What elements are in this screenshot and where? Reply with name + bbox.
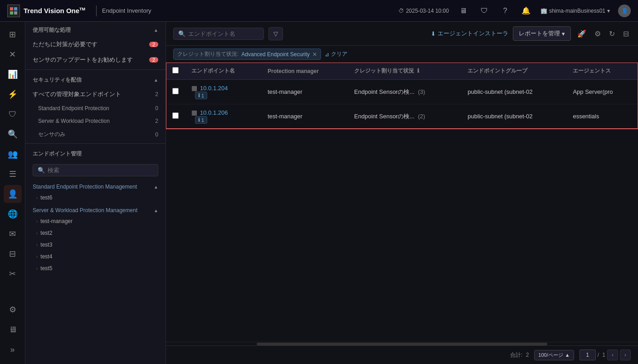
- nav-endpoint[interactable]: 👤: [4, 185, 22, 203]
- nav-globe[interactable]: 🌐: [4, 205, 22, 223]
- total-label: 合計: 2: [510, 351, 529, 359]
- nav-envelope[interactable]: ✉: [4, 225, 22, 243]
- icon-nav: ⊞ ✕ 📊 ⚡ 🛡 🔍 👥 ☰ 👤 🌐 ✉ ⊟ ✂ ⚙ 🖥 »: [0, 22, 25, 364]
- nav-more[interactable]: »: [4, 340, 22, 359]
- server-mgmt-chevron-icon[interactable]: ▲: [154, 208, 158, 213]
- nav-shield[interactable]: 🛡: [4, 105, 22, 123]
- clock-icon: ⏱: [399, 8, 404, 14]
- sidebar-item-test5[interactable]: › test5: [25, 262, 166, 274]
- col-protection-manager: Protection manager: [261, 63, 348, 80]
- sidebar-item-all-endpoints[interactable]: すべての管理対象エンドポイント 2: [25, 87, 166, 102]
- nav-server[interactable]: 🖥: [4, 320, 22, 339]
- endpoint-search-input[interactable]: [188, 30, 256, 37]
- agent-install-button[interactable]: ⬇ エージェントインストーラ: [431, 29, 508, 38]
- sidebar-item-standard[interactable]: Standard Endpoint Protection 0: [25, 102, 166, 115]
- security-section-header: セキュリティを配信 ▲: [25, 72, 166, 87]
- refresh-icon-btn[interactable]: ↻: [607, 28, 617, 40]
- server-count-badge: 2: [155, 118, 158, 124]
- horizontal-scrollbar[interactable]: [257, 343, 547, 345]
- download-icon: ⬇: [431, 30, 436, 37]
- col-credit-status: クレジット割り当て状況 ℹ: [348, 63, 461, 80]
- sidebar-search-box[interactable]: 🔍: [33, 164, 158, 176]
- table-row[interactable]: ▦ 10.0.1.204 ℹ 1 test-manager Endpoint S…: [166, 80, 638, 104]
- scrollbar-area: [166, 342, 638, 345]
- actions-chevron-icon[interactable]: ▲: [154, 28, 158, 33]
- per-page-selector[interactable]: 100/ページ ▲: [534, 350, 574, 360]
- user-menu[interactable]: 🏢 shima-mainBusiness01 ▾: [541, 8, 610, 14]
- sidebar-item-test3[interactable]: › test3: [25, 239, 166, 251]
- sidebar-item-test4[interactable]: › test4: [25, 251, 166, 262]
- monitor-icon-btn[interactable]: 🖥: [457, 5, 470, 17]
- bottom-bar: 合計: 2 100/ページ ▲ / 1 ‹ ›: [166, 345, 638, 364]
- standard-count-badge: 0: [155, 105, 158, 112]
- server-mgmt-section: Server & Workload Protection Management …: [25, 204, 166, 215]
- info-icon: ℹ: [198, 92, 200, 98]
- next-page-button[interactable]: ›: [620, 349, 631, 360]
- row2-group-cell: public-subnet (subnet-02: [461, 104, 566, 129]
- svg-rect-1: [14, 7, 17, 10]
- table-header: エンドポイント名 Protection manager クレジット割り当て状況 …: [166, 63, 638, 80]
- avatar[interactable]: 👤: [618, 5, 631, 17]
- topbar: Trend Vision OneTM Endpoint Inventory ⏱ …: [0, 0, 638, 22]
- nav-list[interactable]: ☰: [4, 165, 22, 183]
- credit-filter-chip: クレジット割り当て状況: Advanced Endpoint Security …: [173, 49, 321, 60]
- sidebar-item-urgent[interactable]: ただちに対策が必要です 2: [25, 37, 166, 52]
- col-endpoint-name: エンドポイント名: [185, 63, 261, 80]
- row1-name-link[interactable]: ▦ 10.0.1.204: [191, 84, 255, 92]
- nav-bottom: ⚙ 🖥 »: [4, 301, 22, 359]
- sidebar: 使用可能な処理 ▲ ただちに対策が必要です 2 センサのアップデートをお勧めしま…: [25, 22, 166, 364]
- row2-manager-cell: test-manager: [261, 104, 348, 129]
- nav-home[interactable]: ⊞: [4, 25, 22, 44]
- help-icon-btn[interactable]: ?: [499, 5, 511, 17]
- table-container: エンドポイント名 Protection manager クレジット割り当て状況 …: [166, 63, 638, 342]
- sidebar-item-update[interactable]: センサのアップデートをお勧めします 2: [25, 52, 166, 68]
- security-chevron-icon[interactable]: ▲: [154, 78, 158, 83]
- nav-users[interactable]: 👥: [4, 145, 22, 163]
- sidebar-item-test6[interactable]: › test6: [25, 192, 166, 204]
- sidebar-item-test-manager[interactable]: › test-manager: [25, 215, 166, 227]
- timestamp: ⏱ 2025-03-14 10:00: [399, 8, 449, 14]
- nav-layers[interactable]: ⊟: [4, 245, 22, 263]
- nav-settings[interactable]: ⚙: [4, 301, 22, 319]
- bell-icon-btn[interactable]: 🔔: [520, 5, 532, 17]
- clear-filter-btn[interactable]: ⊿ クリア: [325, 50, 347, 58]
- row2-checkbox[interactable]: [172, 112, 179, 119]
- nav-search[interactable]: 🔍: [4, 125, 22, 143]
- rocket-icon-btn[interactable]: 🚀: [575, 28, 588, 40]
- sidebar-item-server-workload[interactable]: Server & Workload Protection 2: [25, 115, 166, 127]
- row1-checkbox[interactable]: [172, 88, 179, 94]
- standard-mgmt-chevron-icon[interactable]: ▲: [154, 184, 158, 189]
- manage-reports-button[interactable]: レポートを管理 ▾: [513, 26, 571, 41]
- header-checkbox-cell: [166, 63, 185, 80]
- row1-credit-cell: Endpoint Sensorの検... (3): [348, 80, 461, 104]
- col-endpoint-group: エンドポイントグループ: [461, 63, 566, 80]
- table-row[interactable]: ▦ 10.0.1.206 ℹ 1 test-manager Endpoint S…: [166, 104, 638, 129]
- gear-icon-btn[interactable]: ⚙: [593, 28, 603, 40]
- nav-chart[interactable]: 📊: [4, 65, 22, 83]
- endpoint-search-box[interactable]: 🔍: [173, 28, 264, 40]
- sidebar-item-sensor[interactable]: センサのみ 0: [25, 127, 166, 141]
- nav-lightning[interactable]: ⚡: [4, 85, 22, 103]
- row1-info-badge[interactable]: ℹ 1: [195, 92, 207, 99]
- columns-icon-btn[interactable]: ⊟: [621, 28, 631, 40]
- shield-icon-btn[interactable]: 🛡: [478, 5, 491, 17]
- sidebar-search-input[interactable]: [48, 167, 153, 174]
- sidebar-item-test2[interactable]: › test2: [25, 227, 166, 239]
- chip-close-btn[interactable]: ✕: [312, 51, 317, 58]
- prev-page-button[interactable]: ‹: [607, 349, 618, 360]
- row1-group-cell: public-subnet (subnet-02: [461, 80, 566, 104]
- test4-chevron-icon: ›: [36, 254, 38, 259]
- row2-info-badge[interactable]: ℹ 1: [195, 116, 207, 124]
- row2-name-link[interactable]: ▦ 10.0.1.206: [191, 109, 255, 116]
- nav-close[interactable]: ✕: [4, 45, 22, 63]
- page-name: Endpoint Inventory: [102, 7, 151, 14]
- page-number-input[interactable]: [580, 349, 596, 360]
- standard-mgmt-title: Standard Endpoint Protection Management: [33, 184, 137, 190]
- info-icon-2: ℹ: [198, 117, 200, 123]
- per-page-chevron-icon: ▲: [565, 352, 570, 358]
- filter-button[interactable]: ▽: [268, 27, 283, 40]
- select-all-checkbox[interactable]: [172, 67, 179, 73]
- row2-checkbox-cell: [166, 104, 185, 129]
- filter-chips-bar: クレジット割り当て状況: Advanced Endpoint Security …: [166, 46, 638, 63]
- nav-tools[interactable]: ✂: [4, 265, 22, 283]
